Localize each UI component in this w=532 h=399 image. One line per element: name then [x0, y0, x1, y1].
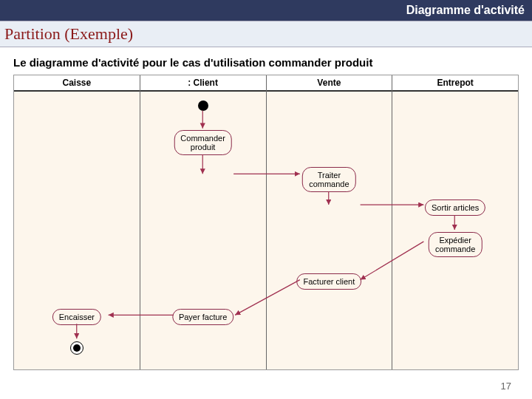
activity-traiter: Traiter commande	[302, 167, 355, 192]
activity-encaisser: Encaisser	[52, 309, 101, 325]
header-band: Diagramme d'activité	[0, 0, 532, 21]
lane-head-vente: Vente	[267, 75, 392, 92]
lane-caisse: Caisse Encaisser	[14, 75, 140, 369]
page-title: Partition (Exemple)	[4, 24, 133, 44]
title-band: Partition (Exemple)	[0, 21, 532, 47]
activity-payer: Payer facture	[172, 309, 233, 325]
lane-vente: Vente Traiter commande Facturer client	[267, 75, 393, 369]
activity-expedier: Expédier commande	[429, 232, 482, 257]
page-number: 17	[501, 381, 511, 392]
start-node-icon	[198, 100, 208, 111]
header-label: Diagramme d'activité	[406, 4, 525, 17]
end-node-icon	[70, 341, 83, 355]
lane-head-client: : Client	[140, 75, 266, 92]
activity-sortir: Sortir articles	[425, 200, 485, 216]
activity-diagram: Caisse Encaisser : Client Commander prod…	[13, 75, 519, 370]
lane-head-entrepot: Entrepot	[392, 75, 518, 92]
subtitle: Le diagramme d'activité pour le cas d'ut…	[0, 47, 532, 75]
lane-client: : Client Commander produit Payer facture	[140, 75, 267, 369]
swimlanes: Caisse Encaisser : Client Commander prod…	[14, 75, 518, 369]
activity-commander: Commander produit	[174, 130, 232, 155]
activity-facturer: Facturer client	[297, 273, 362, 290]
lane-head-caisse: Caisse	[14, 75, 140, 92]
lane-entrepot: Entrepot Sortir articles Expédier comman…	[392, 75, 518, 369]
